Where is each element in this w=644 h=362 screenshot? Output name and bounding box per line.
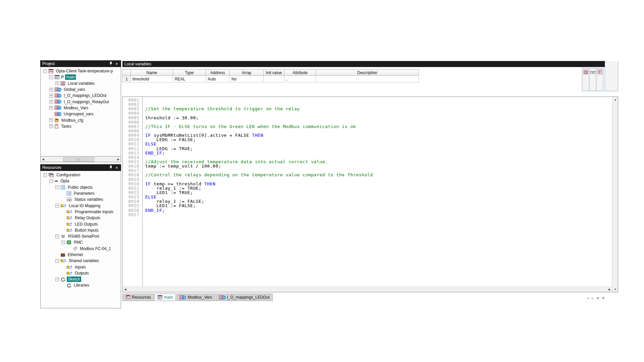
code-line-0020[interactable]: 0020IF temp >= threshold THEN bbox=[123, 181, 612, 186]
collapse-toggle-icon[interactable]: − bbox=[55, 278, 59, 281]
next-tab-icon[interactable]: ▸ bbox=[590, 296, 595, 300]
collapse-toggle-icon[interactable]: − bbox=[55, 185, 59, 189]
cell-array[interactable]: No bbox=[230, 76, 264, 82]
tree-item-i-o-mappings-relayout[interactable]: +GI_O_mappings_RelayOut bbox=[41, 99, 121, 105]
code-line-0026[interactable]: 0026END_IF; bbox=[123, 208, 612, 212]
tree-item-tasks[interactable]: +Tasks bbox=[41, 123, 121, 129]
code-line-0002[interactable]: 0002 bbox=[123, 102, 612, 106]
cell-type[interactable]: REAL bbox=[173, 76, 206, 82]
expand-toggle-icon[interactable]: + bbox=[49, 100, 53, 104]
expand-toggle-icon[interactable]: + bbox=[49, 94, 53, 98]
cell-address[interactable]: Auto bbox=[206, 76, 230, 82]
code-line-0009[interactable]: 0009IF sysMbMRtuNetList[0].active = FALS… bbox=[123, 133, 612, 137]
close-icon[interactable]: ✕ bbox=[114, 61, 119, 66]
tree-item-ungrouped-vars[interactable]: GUngrouped_vars bbox=[41, 111, 121, 117]
tree-item-parameters[interactable]: Parameters bbox=[41, 190, 121, 196]
side-tool-document-icon[interactable] bbox=[596, 68, 603, 91]
tree-item-modbus-vars[interactable]: +GModbus_Vars bbox=[41, 105, 121, 111]
tree-item-configuration[interactable]: −Configuration bbox=[41, 172, 121, 178]
code-editor[interactable]: 000100020003//Set the temperature thresh… bbox=[122, 97, 618, 292]
code-line-0005[interactable]: 0005threshold := 30.00; bbox=[123, 115, 612, 120]
expand-toggle-icon[interactable]: + bbox=[49, 106, 53, 110]
tree-item-button-inputs[interactable]: Button Inputs bbox=[41, 227, 121, 233]
code-line-0006[interactable]: 0006 bbox=[123, 120, 612, 124]
code-line-0013[interactable]: 0013END_IF; bbox=[123, 150, 612, 155]
tab-resources[interactable]: Resources bbox=[122, 294, 154, 301]
table-row[interactable]: 1thresholdREALAutoNo.. bbox=[123, 76, 419, 82]
tree-item-pmc[interactable]: −PMC bbox=[41, 239, 121, 245]
tree-item-outputs[interactable]: Outputs bbox=[41, 270, 121, 276]
tree-item-inputs[interactable]: Inputs bbox=[41, 264, 121, 270]
pin-icon[interactable] bbox=[108, 61, 113, 66]
code-line-0004[interactable]: 0004 bbox=[123, 111, 612, 115]
expand-toggle-icon[interactable]: + bbox=[49, 118, 53, 122]
code-line-0025[interactable]: 0025 LED1 := FALSE; bbox=[123, 203, 612, 207]
row-number-cell[interactable]: 1 bbox=[123, 76, 131, 82]
side-tool-glasses-icon[interactable] bbox=[589, 68, 596, 91]
cell-attribute[interactable]: .. bbox=[284, 76, 316, 82]
tab-main[interactable]: main bbox=[155, 294, 176, 301]
tree-item-libraries[interactable]: Libraries bbox=[41, 282, 121, 288]
tree-item-opta-client-tank-temperature-p[interactable]: −Opta-Client-Tank-temperature-p bbox=[41, 68, 121, 74]
scroll-left-icon[interactable]: ◀ bbox=[41, 157, 45, 162]
tree-item-sketch[interactable]: −Sketch bbox=[41, 276, 121, 282]
project-hscrollbar[interactable]: ◀ ▶ bbox=[40, 157, 121, 162]
scroll-right-icon[interactable]: ▶ bbox=[607, 287, 612, 292]
close-icon[interactable]: ✕ bbox=[601, 296, 605, 300]
code-line-0007[interactable]: 0007//This IF - ELSE turns on the Green … bbox=[123, 124, 612, 128]
cell-init-value[interactable] bbox=[264, 76, 284, 82]
code-line-0018[interactable]: 0018//Control the relays depending on th… bbox=[123, 172, 612, 177]
code-line-0011[interactable]: 0011ELSE bbox=[123, 141, 612, 146]
code-line-0022[interactable]: 0022 LED1 := TRUE; bbox=[123, 190, 612, 194]
tree-item-opta[interactable]: −∞Opta bbox=[41, 178, 121, 184]
collapse-toggle-icon[interactable]: − bbox=[55, 259, 59, 263]
code-line-0010[interactable]: 0010 LEDG := FALSE; bbox=[123, 137, 612, 141]
scroll-left-icon[interactable]: ◀ bbox=[123, 287, 127, 292]
tree-item-public-objects[interactable]: −Public objects bbox=[41, 184, 121, 190]
code-line-0015[interactable]: 0015//Adjust the received temperature da… bbox=[123, 159, 612, 164]
expand-toggle-icon[interactable]: + bbox=[55, 81, 59, 85]
prev-tab-icon[interactable]: ◂ bbox=[586, 296, 590, 300]
code-line-0021[interactable]: 0021 relay_1 := TRUE; bbox=[123, 186, 612, 190]
collapse-toggle-icon[interactable]: − bbox=[55, 235, 59, 238]
code-line-0023[interactable]: 0023ELSE bbox=[123, 194, 612, 199]
cell-description[interactable] bbox=[316, 76, 419, 82]
tree-item-status-variables[interactable]: Status variables bbox=[41, 196, 121, 202]
collapse-toggle-icon[interactable]: − bbox=[43, 69, 47, 73]
close-icon[interactable]: ✕ bbox=[114, 165, 119, 170]
code-line-0001[interactable]: 0001 bbox=[123, 98, 612, 102]
scroll-up-icon[interactable]: ▲ bbox=[613, 97, 618, 102]
expand-toggle-icon[interactable]: + bbox=[49, 88, 53, 92]
collapse-toggle-icon[interactable]: − bbox=[61, 241, 65, 244]
code-line-0017[interactable]: 0017 bbox=[123, 168, 612, 172]
code-line-0014[interactable]: 0014 bbox=[123, 155, 612, 159]
tree-item-ethernet[interactable]: Ethernet bbox=[41, 252, 121, 258]
tree-item-shared-variables[interactable]: −Shared variables bbox=[41, 258, 121, 264]
code-line-0008[interactable]: 0008 bbox=[123, 128, 612, 133]
scroll-down-icon[interactable]: ▼ bbox=[613, 287, 618, 292]
code-line-0019[interactable]: 0019 bbox=[123, 177, 612, 181]
editor-hscrollbar[interactable]: ◀ ▶ bbox=[123, 287, 612, 292]
tree-item-local-variables[interactable]: +Local variables bbox=[41, 80, 121, 86]
code-line-0003[interactable]: 0003//Set the temperature threshold to t… bbox=[123, 106, 612, 111]
tab-list-icon[interactable]: ▾ bbox=[596, 296, 600, 300]
tree-item-led-outputs[interactable]: LED Outputs bbox=[41, 221, 121, 227]
editor-vscrollbar[interactable]: ▲ ▼ bbox=[612, 97, 618, 292]
scrollbar-thumb[interactable] bbox=[63, 157, 94, 162]
side-tool-grid-icon[interactable] bbox=[582, 68, 589, 91]
collapse-toggle-icon[interactable]: − bbox=[49, 75, 53, 79]
tree-item-rs485-serialport[interactable]: −RS485 SerialPort bbox=[41, 233, 121, 239]
cell-name[interactable]: threshold bbox=[131, 76, 173, 82]
collapse-toggle-icon[interactable]: − bbox=[49, 179, 53, 183]
code-line-0016[interactable]: 0016temp := temp_volt / 100.00; bbox=[123, 164, 612, 168]
tree-item-local-io-mapping[interactable]: −Local IO Mapping bbox=[41, 202, 121, 208]
tree-item-relay-outputs[interactable]: Relay Outputs bbox=[41, 215, 121, 221]
tree-item-i-o-mappings-ledout[interactable]: +GI_O_mappings_LEDOut bbox=[41, 93, 121, 99]
code-line-0024[interactable]: 0024 relay_1 := FALSE; bbox=[123, 199, 612, 203]
tree-item-main[interactable]: −Pmain bbox=[41, 74, 121, 80]
expand-toggle-icon[interactable]: + bbox=[49, 124, 53, 128]
tab-i-o-mappings-ledout[interactable]: GI_O_mappings_LEDOut bbox=[216, 294, 273, 301]
collapse-toggle-icon[interactable]: − bbox=[43, 173, 47, 177]
tab-modbus-vars[interactable]: GModbus_Vars bbox=[176, 294, 215, 301]
collapse-toggle-icon[interactable]: − bbox=[55, 204, 59, 207]
